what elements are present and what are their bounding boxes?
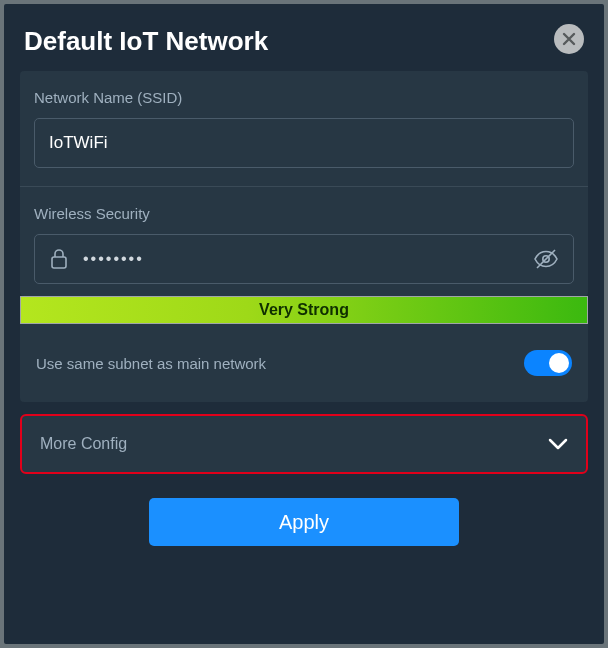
chevron-down-icon [548, 438, 568, 450]
form-panel-lower: Use same subnet as main network [20, 324, 588, 402]
eye-off-icon [533, 248, 559, 270]
iot-network-modal: Default IoT Network Network Name (SSID) … [4, 4, 604, 644]
more-config-button[interactable]: More Config [20, 414, 588, 474]
more-config-label: More Config [40, 435, 127, 453]
subnet-label: Use same subnet as main network [36, 355, 266, 372]
ssid-label: Network Name (SSID) [34, 89, 574, 106]
password-strength-bar: Very Strong [20, 296, 588, 324]
subnet-section: Use same subnet as main network [20, 324, 588, 402]
ssid-section: Network Name (SSID) [20, 71, 588, 187]
toggle-visibility-button[interactable] [533, 248, 559, 270]
security-label: Wireless Security [34, 205, 574, 222]
password-strength-label: Very Strong [259, 301, 349, 319]
modal-header: Default IoT Network [4, 4, 604, 71]
form-panel: Network Name (SSID) Wireless Security ••… [20, 71, 588, 296]
close-button[interactable] [554, 24, 584, 54]
modal-title: Default IoT Network [24, 26, 268, 57]
lock-icon [49, 248, 69, 270]
actions-row: Apply [4, 498, 604, 546]
close-icon [562, 32, 576, 46]
ssid-input[interactable] [34, 118, 574, 168]
svg-rect-0 [52, 257, 66, 268]
security-section: Wireless Security •••••••• [20, 187, 588, 296]
password-input[interactable]: •••••••• [34, 234, 574, 284]
password-mask: •••••••• [83, 250, 519, 268]
apply-button[interactable]: Apply [149, 498, 459, 546]
subnet-toggle[interactable] [524, 350, 572, 376]
toggle-knob [549, 353, 569, 373]
